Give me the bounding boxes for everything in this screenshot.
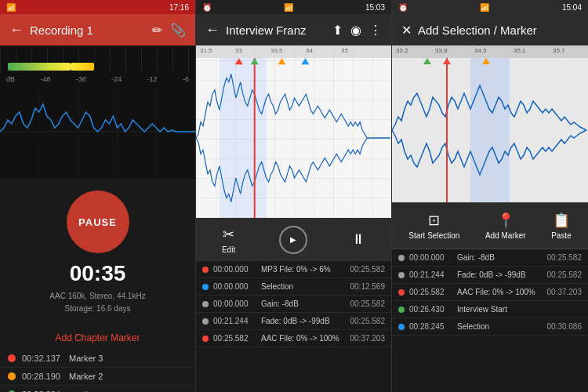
status-bar-1: 📶 17:16 xyxy=(0,0,195,14)
event-time: 00:25.582 xyxy=(213,334,256,343)
event-list-3: 00:00.000 Gain: -8dB 00:25.582 00:21.244… xyxy=(392,249,588,392)
waveform-3[interactable]: 33.2 33.9 34.5 35.1 35.7 xyxy=(392,45,588,202)
back-button-2[interactable]: ← xyxy=(205,22,220,38)
event-desc: Fade: 0dB -> -99dB xyxy=(457,270,543,279)
back-button-1[interactable]: ← xyxy=(9,22,24,38)
event-end: 00:25.582 xyxy=(350,265,386,274)
play-button[interactable]: ▶ xyxy=(279,226,307,254)
marker-icon: 📍 xyxy=(497,212,514,229)
event-desc: Selection xyxy=(457,322,543,331)
time-1: 17:16 xyxy=(169,3,189,12)
time-3: 15:04 xyxy=(562,3,582,12)
pause-section: PAUSE 00:35 AAC 160k, Stereo, 44.1kHz St… xyxy=(0,179,195,323)
pause-button[interactable]: PAUSE xyxy=(67,191,129,253)
edit-tool-button[interactable]: ✂ Edit xyxy=(222,226,235,254)
event-time: 00:00.000 xyxy=(213,299,256,308)
event-item[interactable]: 00:00.000 Selection 00:12.569 xyxy=(196,278,391,296)
close-button[interactable]: ✕ xyxy=(401,23,412,38)
event-item[interactable]: 00:25.582 AAC File: 0% -> 100% 00:37.203 xyxy=(392,284,588,301)
event-item[interactable]: 00:28.245 Selection 00:30.086 xyxy=(392,318,588,336)
pause-icon: ⏸ xyxy=(351,231,365,248)
crop-icon: ⊡ xyxy=(428,212,440,229)
svg-marker-11 xyxy=(301,58,309,64)
event-item[interactable]: 00:21.244 Fade: 0dB -> -99dB 00:25.582 xyxy=(392,267,588,284)
editor-panel: ⏰ 📶 15:03 ← Interview Franz ⬆ ◉ ⋮ 31.5 3… xyxy=(196,0,392,392)
event-end: 00:25.582 xyxy=(547,253,583,262)
more-icon-2[interactable]: ⋮ xyxy=(369,23,382,38)
level-green xyxy=(8,63,71,71)
event-time: 00:00.000 xyxy=(409,253,452,262)
add-marker-button[interactable]: 📍 Add Marker xyxy=(485,212,526,240)
event-dot xyxy=(398,272,405,278)
marker-item[interactable]: 00:28.190 Marker 2 xyxy=(0,368,195,386)
time-2: 15:03 xyxy=(365,3,385,12)
attach-icon[interactable]: 📎 xyxy=(170,23,186,38)
header-1: ← Recording 1 ✏ 📎 xyxy=(0,14,195,45)
event-item[interactable]: 00:26.430 Interview Start xyxy=(392,301,588,318)
svg-marker-10 xyxy=(278,58,286,64)
svg-rect-6 xyxy=(220,58,267,218)
event-dot xyxy=(202,336,209,342)
marker-item[interactable]: 00:02.094 starting xyxy=(0,386,195,392)
event-time: 00:00.000 xyxy=(213,265,256,274)
signal-icon-2: 📶 xyxy=(284,3,293,12)
event-item[interactable]: 00:21.244 Fade: 0dB -> -99dB 00:25.582 xyxy=(196,313,391,330)
toolbar-2: ✂ Edit ▶ ⏸ xyxy=(196,218,391,261)
ruler-3: 33.2 33.9 34.5 35.1 35.7 xyxy=(392,45,588,58)
event-dot xyxy=(398,324,405,330)
recording-title: Recording 1 xyxy=(30,24,146,37)
header-2: ← Interview Franz ⬆ ◉ ⋮ xyxy=(196,14,391,45)
level-labels: dB -48 -36 -24 -12 -6 xyxy=(0,74,195,85)
event-end: 00:37.203 xyxy=(350,334,386,343)
start-selection-button[interactable]: ⊡ Start Selection xyxy=(408,212,459,240)
header-icons-2: ⬆ ◉ ⋮ xyxy=(332,23,382,38)
edit-label: Edit xyxy=(222,245,235,254)
status-bar-3: ⏰ 📶 15:04 xyxy=(392,0,588,14)
event-item[interactable]: 00:00.000 Gain: -8dB 00:25.582 xyxy=(196,296,391,313)
event-desc: AAC File: 0% -> 100% xyxy=(261,334,346,343)
signal-icon-3: 📶 xyxy=(480,3,489,12)
signal-icon: 📶 xyxy=(6,3,16,12)
svg-rect-13 xyxy=(470,58,510,202)
event-dot xyxy=(202,284,209,290)
recording-panel: 📶 17:16 ← Recording 1 ✏ 📎 dB -48 -36 -24… xyxy=(0,0,196,392)
level-yellow xyxy=(71,63,94,71)
timer-display: 00:35 xyxy=(70,261,126,286)
edit-scissors-icon: ✂ xyxy=(223,226,234,243)
header-3: ✕ Add Selection / Marker xyxy=(392,14,588,45)
event-desc: Fade: 0dB -> -99dB xyxy=(261,317,346,325)
event-end: 00:37.203 xyxy=(547,288,583,296)
event-time: 00:00.000 xyxy=(213,282,256,291)
event-dot xyxy=(398,307,405,313)
marker-item[interactable]: 00:32.137 Marker 3 xyxy=(0,350,195,368)
paste-button[interactable]: 📋 Paste xyxy=(551,212,572,240)
play-circle: ▶ xyxy=(279,226,307,254)
waveform-editor[interactable]: 31.5 33 33.5 34 35 xyxy=(196,45,391,218)
marker-name-2: Marker 2 xyxy=(69,372,103,381)
pause-tool-button[interactable]: ⏸ xyxy=(351,231,365,248)
marker-name-1: Marker 3 xyxy=(69,354,103,363)
auphonic-icon[interactable]: ◉ xyxy=(350,23,361,38)
event-time: 00:21.244 xyxy=(409,270,452,279)
event-item[interactable]: 00:25.582 AAC File: 0% -> 100% 00:37.203 xyxy=(196,330,391,347)
event-time: 00:21.244 xyxy=(213,317,256,325)
event-desc: AAC File: 0% -> 100% xyxy=(457,288,543,296)
event-desc: Gain: -8dB xyxy=(457,253,543,262)
add-chapter-button[interactable]: Add Chapter Marker xyxy=(0,332,195,343)
share-icon[interactable]: ⬆ xyxy=(332,23,343,38)
status-bar-2: ⏰ 📶 15:03 xyxy=(196,0,391,14)
marker-time-1: 00:32.137 xyxy=(22,354,69,363)
event-item[interactable]: 00:00.000 Gain: -8dB 00:25.582 xyxy=(392,249,588,267)
event-time: 00:28.245 xyxy=(409,322,452,331)
event-desc: Gain: -8dB xyxy=(261,299,346,308)
event-time: 00:25.582 xyxy=(409,288,452,296)
edit-icon[interactable]: ✏ xyxy=(152,23,162,38)
alarm-icon: ⏰ xyxy=(202,3,212,12)
event-item[interactable]: 00:00.000 MP3 File: 0% -> 6% 00:25.582 xyxy=(196,261,391,278)
event-end: 00:25.582 xyxy=(350,299,386,308)
event-end: 00:25.582 xyxy=(350,317,386,325)
play-icon: ▶ xyxy=(290,235,296,244)
header-icons-1: ✏ 📎 xyxy=(152,23,186,38)
event-dot xyxy=(202,318,209,325)
toolbar-3: ⊡ Start Selection 📍 Add Marker 📋 Paste xyxy=(392,202,588,249)
